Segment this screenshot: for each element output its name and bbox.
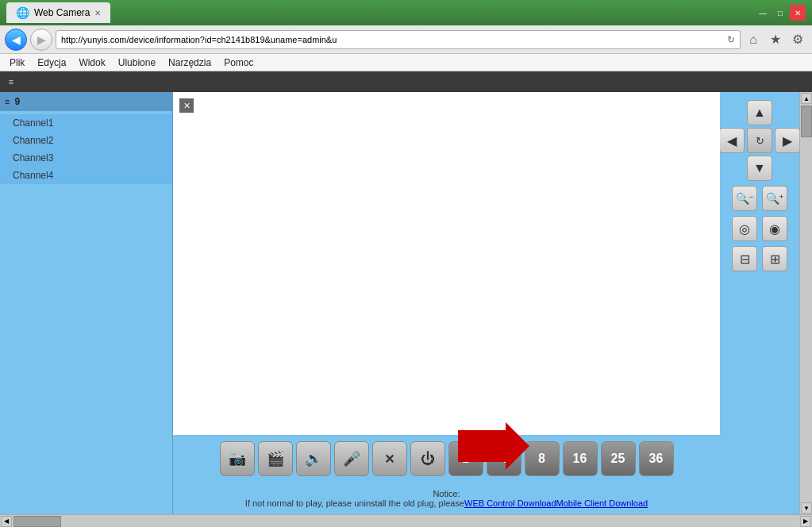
menu-ulubione[interactable]: Ulubione <box>112 56 162 70</box>
notice-text: If not normal to play, please uninstall … <box>245 498 464 508</box>
title-bar-left: 🌐 Web Camera ✕ <box>6 2 110 23</box>
video-section: ✕ 📷 🎬 🔊 🎤 ✕ ⏻ 1 4 8 16 25 36 Notice: <box>173 92 720 514</box>
layout-16-button[interactable]: 16 <box>563 441 598 476</box>
scroll-up-arrow[interactable]: ▲ <box>801 93 812 104</box>
tab-close-icon[interactable]: ✕ <box>94 9 101 17</box>
channel-list: Channel1 Channel2 Channel3 Channel4 <box>0 111 172 187</box>
focus-near-button[interactable]: ⊟ <box>732 246 757 271</box>
refresh-icon[interactable]: ↻ <box>727 34 735 45</box>
ptz-left-button[interactable]: ◀ <box>719 128 745 153</box>
browser-window: 🌐 Web Camera ✕ — □ ✕ ◀ ▶ ↻ ⌂ ★ ⚙ Plik Ed… <box>0 0 812 527</box>
nav-bar: ◀ ▶ ↻ ⌂ ★ ⚙ <box>0 25 812 54</box>
menu-widok[interactable]: Widok <box>72 56 111 70</box>
nav-right-buttons: ⌂ ★ ⚙ <box>744 30 807 49</box>
menu-edycja[interactable]: Edycja <box>31 56 72 70</box>
video-controls-bar: 📷 🎬 🔊 🎤 ✕ ⏻ 1 4 8 16 25 36 <box>173 435 720 483</box>
menu-pomoc[interactable]: Pomoc <box>217 56 260 70</box>
ptz-refresh-button[interactable]: ↻ <box>747 128 772 153</box>
web-control-download-link[interactable]: WEB Control Download <box>464 498 556 508</box>
channel-item-3[interactable]: Channel3 <box>0 149 172 167</box>
focus-far-button[interactable]: ⊞ <box>762 246 787 271</box>
sidebar-header: ≡ 9 <box>0 92 172 111</box>
zoom-in-button[interactable]: 🔍+ <box>762 186 787 211</box>
layout-8-button[interactable]: 8 <box>525 441 560 476</box>
ptz-empty-tl <box>719 100 745 125</box>
arrow-indicator <box>458 422 529 473</box>
horizontal-scroll-thumb[interactable] <box>13 516 61 527</box>
zoom-controls: 🔍− 🔍+ <box>732 186 787 211</box>
minimize-button[interactable]: — <box>755 5 771 21</box>
menu-narzedzia[interactable]: Narzędzia <box>162 56 217 70</box>
tab-favicon: 🌐 <box>16 6 29 19</box>
video-error-icon[interactable]: ✕ <box>179 98 194 113</box>
notice-line1: Notice: <box>433 489 460 498</box>
toolbar-menu-icon[interactable]: ≡ <box>3 74 19 90</box>
window-controls: — □ ✕ <box>755 5 806 21</box>
vertical-scrollbar[interactable]: ▲ ▼ <box>799 92 812 514</box>
volume-button[interactable]: 🔊 <box>296 441 331 476</box>
mic-button[interactable]: 🎤 <box>334 441 369 476</box>
notice-line2: If not normal to play, please uninstall … <box>245 498 648 508</box>
ptz-directional-grid: ▲ ◀ ↻ ▶ ▼ <box>719 100 800 181</box>
close-stream-button[interactable]: ✕ <box>372 441 407 476</box>
layout-25-button[interactable]: 25 <box>601 441 636 476</box>
snapshot-button[interactable]: 📷 <box>220 441 255 476</box>
ptz-up-button[interactable]: ▲ <box>747 100 772 125</box>
iris-open-button[interactable]: ◉ <box>762 216 787 241</box>
channel-item-4[interactable]: Channel4 <box>0 167 172 184</box>
power-button[interactable]: ⏻ <box>410 441 445 476</box>
address-bar[interactable]: ↻ <box>56 30 741 49</box>
title-bar: 🌐 Web Camera ✕ — □ ✕ <box>0 0 812 25</box>
scroll-thumb[interactable] <box>801 106 812 137</box>
page-toolbar: ≡ <box>0 71 812 92</box>
main-content: ≡ 9 Channel1 Channel2 Channel3 Channel4 … <box>0 92 812 514</box>
zoom-out-button[interactable]: 🔍− <box>732 186 757 211</box>
iris-close-button[interactable]: ◎ <box>732 216 757 241</box>
ptz-empty-bl <box>719 156 745 181</box>
record-button[interactable]: 🎬 <box>258 441 293 476</box>
ptz-panel: ▲ ◀ ↻ ▶ ▼ 🔍− 🔍+ ◎ ◉ <box>720 92 799 514</box>
scroll-right-arrow[interactable]: ▶ <box>800 516 811 527</box>
close-button[interactable]: ✕ <box>790 5 806 21</box>
url-input[interactable] <box>61 35 724 44</box>
scroll-track <box>800 138 812 502</box>
layout-36-button[interactable]: 36 <box>639 441 674 476</box>
horizontal-scrollbar[interactable]: ◀ ▶ <box>0 514 812 527</box>
iris-controls: ◎ ◉ <box>732 216 787 241</box>
channel-count: 9 <box>14 96 20 107</box>
scroll-down-arrow[interactable]: ▼ <box>801 502 812 514</box>
ptz-right-button[interactable]: ▶ <box>775 128 800 153</box>
menu-bar: Plik Edycja Widok Ulubione Narzędzia Pom… <box>0 54 812 71</box>
home-button[interactable]: ⌂ <box>744 30 763 49</box>
forward-button[interactable]: ▶ <box>30 29 52 51</box>
settings-button[interactable]: ⚙ <box>788 30 807 49</box>
focus-controls: ⊟ ⊞ <box>732 246 787 271</box>
ptz-empty-br <box>775 156 800 181</box>
channel-item-2[interactable]: Channel2 <box>0 132 172 149</box>
maximize-button[interactable]: □ <box>772 5 788 21</box>
notice-bar: Notice: If not normal to play, please un… <box>173 483 720 514</box>
favorites-button[interactable]: ★ <box>766 30 785 49</box>
sidebar-toggle[interactable]: ≡ <box>5 97 10 106</box>
menu-plik[interactable]: Plik <box>3 56 31 70</box>
video-container: ✕ <box>173 92 720 435</box>
ptz-empty-tr <box>775 100 800 125</box>
channel-item-1[interactable]: Channel1 <box>0 114 172 132</box>
ptz-down-button[interactable]: ▼ <box>747 156 772 181</box>
scroll-left-arrow[interactable]: ◀ <box>1 516 12 527</box>
tab-title: Web Camera <box>34 7 90 18</box>
browser-tab[interactable]: 🌐 Web Camera ✕ <box>6 2 110 23</box>
svg-marker-0 <box>458 422 529 470</box>
mobile-client-download-link[interactable]: Mobile Client Download <box>556 498 648 508</box>
back-button[interactable]: ◀ <box>5 29 27 51</box>
sidebar: ≡ 9 Channel1 Channel2 Channel3 Channel4 <box>0 92 173 514</box>
